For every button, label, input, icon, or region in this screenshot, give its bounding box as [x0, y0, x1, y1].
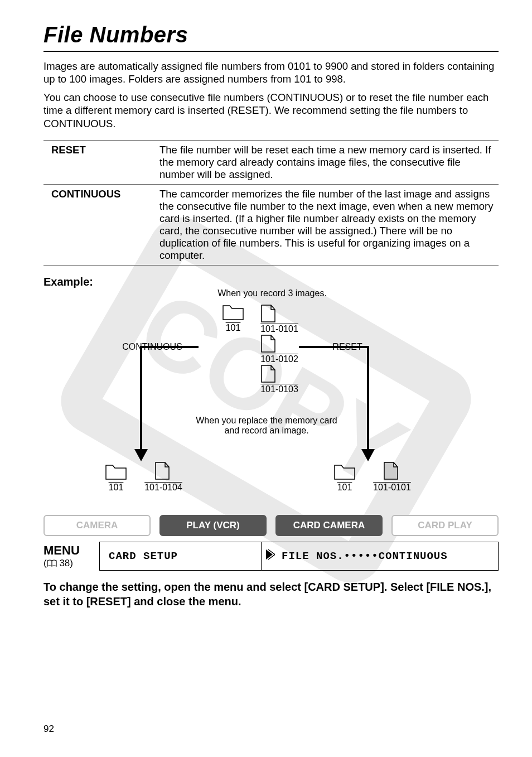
folder-icon — [333, 464, 356, 480]
file-icon — [260, 364, 277, 383]
intro-paragraph-1: Images are automatically assigned file n… — [43, 60, 499, 85]
menu-path-box: CARD SETUP FILE NOS.•••••CONTINUOUS — [99, 542, 499, 571]
page-title: File Numbers — [43, 22, 499, 52]
option-label-continuous: CONTINUOUS — [43, 184, 155, 265]
menu-heading: MENU — [43, 543, 94, 558]
folder-icon — [105, 464, 127, 480]
mode-card-camera: CARD CAMERA — [275, 515, 383, 536]
option-desc-reset: The file number will be reset each time … — [155, 140, 499, 184]
file-number-2: 101-0102 — [254, 354, 304, 364]
caption-top: When you record 3 images. — [188, 288, 356, 298]
menu-step-1: CARD SETUP — [100, 542, 262, 570]
page-number: 92 — [43, 724, 54, 735]
table-row: CONTINUOUS The camcorder memorizes the f… — [43, 184, 499, 265]
folder-number-top: 101 — [221, 323, 245, 333]
mode-camera: CAMERA — [43, 515, 151, 536]
file-icon — [260, 304, 277, 323]
file-number-3: 101-0103 — [254, 384, 304, 394]
mode-card-play: CARD PLAY — [391, 515, 499, 536]
svg-marker-3 — [361, 449, 375, 461]
options-table: RESET The file number will be reset each… — [43, 140, 499, 266]
file-number-right: 101-0101 — [367, 483, 417, 493]
folder-icon — [222, 304, 244, 321]
menu-page-ref: ( 38) — [43, 558, 94, 569]
example-heading: Example: — [43, 276, 499, 288]
file-number-left: 101-0104 — [138, 483, 188, 493]
menu-step-2: FILE NOS.•••••CONTINUOUS — [278, 550, 498, 562]
chevron-right-icon — [262, 548, 278, 564]
example-diagram: When you record 3 images. 101 101-0101 1… — [43, 288, 501, 507]
instruction-text: To change the setting, open the menu and… — [43, 580, 499, 609]
file-icon — [260, 334, 277, 353]
book-icon — [47, 560, 57, 567]
menu-label: MENU ( 38) — [43, 542, 94, 571]
svg-marker-2 — [134, 449, 148, 461]
menu-path-row: MENU ( 38) CARD SETUP FILE NOS.•••••CONT… — [43, 542, 499, 571]
table-row: RESET The file number will be reset each… — [43, 140, 499, 184]
folder-number-left: 101 — [104, 483, 128, 493]
file-number-1: 101-0101 — [254, 324, 304, 334]
option-desc-continuous: The camcorder memorizes the file number … — [155, 184, 499, 265]
mode-bar: CAMERA PLAY (VCR) CARD CAMERA CARD PLAY — [43, 515, 499, 536]
file-icon — [383, 461, 399, 480]
option-label-reset: RESET — [43, 140, 155, 184]
caption-mid: When you replace the memory card and rec… — [172, 416, 361, 436]
intro-text: Images are automatically assigned file n… — [43, 60, 499, 130]
mode-play-vcr: PLAY (VCR) — [159, 515, 267, 536]
intro-paragraph-2: You can choose to use consecutive file n… — [43, 91, 499, 129]
ref-page: 38) — [59, 558, 73, 568]
continuous-label: CONTINUOUS — [116, 342, 188, 352]
folder-number-right: 101 — [332, 483, 357, 493]
reset-label: RESET — [322, 342, 373, 352]
file-icon — [154, 461, 171, 480]
